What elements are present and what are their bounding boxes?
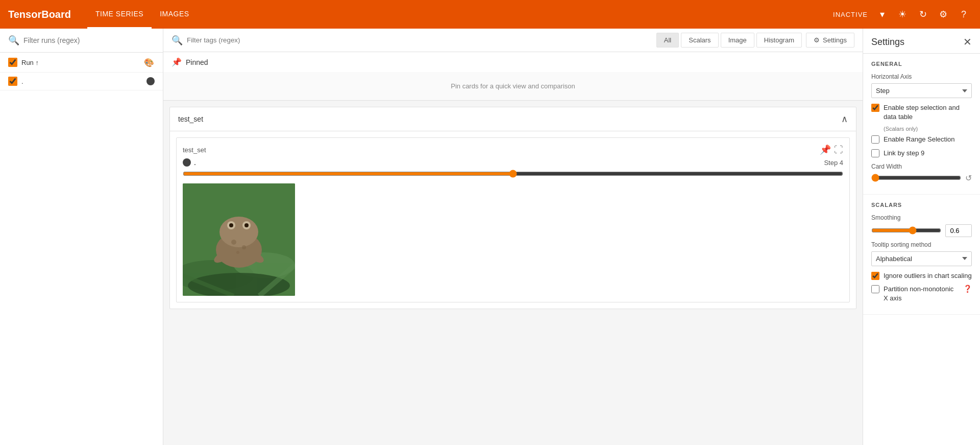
content-header: 🔍 All Scalars Image Histogram ⚙ Settings [163, 29, 863, 52]
help-icon[interactable]: ? [955, 6, 972, 22]
card-run-label: . [194, 158, 196, 167]
run-color-dot [146, 77, 155, 85]
settings-btn-icon: ⚙ [814, 36, 820, 44]
settings-scalars-section: SCALARS Smoothing 0.6 Tooltip sorting me… [863, 195, 980, 315]
tag-search-icon: 🔍 [172, 35, 183, 46]
partition-xaxis-row: Partition non-monotonic X axis ❓ [871, 285, 972, 303]
card-width-reset-button[interactable]: ↺ [965, 173, 972, 183]
run-checkbox-dot[interactable] [8, 77, 17, 86]
tooltip-sorting-label: Tooltip sorting method [871, 241, 972, 248]
run-label-run: Run ↑ [21, 59, 139, 66]
run-checkbox-run[interactable] [8, 58, 17, 67]
tag-search-input[interactable] [187, 36, 652, 44]
main-content: 🔍 All Scalars Image Histogram ⚙ Settings… [163, 29, 863, 445]
dropdown-icon[interactable]: ▾ [874, 6, 890, 22]
top-navigation: TensorBoard TIME SERIES IMAGES INACTIVE … [0, 0, 980, 29]
ignore-outliers-row: Ignore outliers in chart scaling [871, 271, 972, 280]
horizontal-axis-label: Horizontal Axis [871, 73, 972, 80]
settings-button[interactable]: ⚙ Settings [806, 33, 854, 48]
link-by-step-row: Link by step 9 [871, 149, 972, 158]
image-card: test_set 📌 ⛶ . Step 4 [176, 137, 850, 302]
card-step-label: Step 4 [824, 159, 843, 167]
collapse-icon[interactable]: ∧ [841, 113, 848, 125]
search-icon: 🔍 [8, 35, 19, 46]
card-slider-container [183, 170, 843, 179]
tab-time-series[interactable]: TIME SERIES [87, 0, 152, 29]
card-image [183, 183, 295, 296]
svg-point-9 [244, 223, 249, 227]
ignore-outliers-checkbox[interactable] [871, 272, 879, 280]
pinned-title: Pinned [186, 58, 208, 66]
status-badge: INACTIVE [833, 11, 868, 18]
pinned-section: 📌 Pinned Pin cards for a quick view and … [163, 52, 863, 101]
card-image-svg [183, 183, 295, 296]
tab-images[interactable]: IMAGES [152, 0, 197, 29]
card-width-slider-row: ↺ [871, 173, 972, 183]
card-width-slider[interactable] [871, 174, 961, 182]
tag-section-title: test_set [178, 115, 203, 123]
svg-point-8 [229, 223, 233, 227]
gear-icon[interactable]: ⚙ [935, 6, 951, 22]
refresh-icon[interactable]: ↻ [915, 6, 931, 22]
settings-panel-title: Settings [871, 37, 904, 48]
theme-icon[interactable]: ☀ [894, 6, 911, 22]
svg-point-12 [231, 240, 236, 245]
card-image-container [183, 183, 843, 296]
nav-right: INACTIVE ▾ ☀ ↻ ⚙ ? [833, 6, 972, 22]
run-label-dot: . [21, 78, 142, 85]
settings-panel: Settings ✕ GENERAL Horizontal Axis Step … [863, 29, 980, 445]
fullscreen-card-button[interactable]: ⛶ [834, 144, 843, 155]
smoothing-slider[interactable] [871, 226, 941, 235]
card-title: test_set [183, 146, 206, 154]
partition-xaxis-checkbox[interactable] [871, 285, 879, 293]
enable-step-selection-checkbox[interactable] [871, 104, 879, 112]
sidebar: 🔍 Run ↑ 🎨 . [0, 29, 163, 445]
card-header: test_set 📌 ⛶ [183, 144, 843, 155]
pin-card-button[interactable]: 📌 [820, 144, 831, 155]
card-run-dot [183, 158, 191, 167]
pinned-empty-message: Pin cards for a quick view and compariso… [163, 72, 863, 100]
run-search-container: 🔍 [0, 29, 163, 53]
scalars-only-note: (Scalars only) [884, 126, 972, 132]
filter-tab-histogram[interactable]: Histogram [756, 33, 802, 48]
ignore-outliers-label: Ignore outliers in chart scaling [884, 271, 972, 280]
run-row-dot: . [0, 73, 163, 90]
run-row-run: Run ↑ 🎨 [0, 53, 163, 73]
tooltip-sorting-select[interactable]: Alphabetical Ascending Descending Neares… [871, 251, 972, 266]
filter-tabs: All Scalars Image Histogram [656, 33, 802, 48]
smoothing-number-input[interactable]: 0.6 [945, 224, 972, 237]
link-by-step-checkbox[interactable] [871, 149, 879, 157]
tag-section-header[interactable]: test_set ∧ [170, 107, 856, 131]
svg-point-13 [242, 245, 246, 249]
pinned-header: 📌 Pinned [163, 52, 863, 72]
settings-close-button[interactable]: ✕ [963, 36, 972, 48]
palette-icon-run[interactable]: 🎨 [143, 57, 155, 68]
horizontal-axis-select[interactable]: Step Wall Relative [871, 83, 972, 98]
card-actions: 📌 ⛶ [820, 144, 843, 155]
enable-range-selection-checkbox[interactable] [871, 135, 879, 144]
tag-section-test-set: test_set ∧ test_set 📌 ⛶ . Step 4 [169, 107, 856, 309]
enable-step-selection-row: Enable step selection and data table [871, 103, 972, 122]
enable-range-selection-row: Enable Range Selection [871, 135, 972, 144]
settings-scalars-title: SCALARS [871, 202, 972, 208]
svg-point-14 [236, 251, 239, 254]
settings-btn-label: Settings [823, 36, 847, 44]
settings-panel-header: Settings ✕ [863, 29, 980, 54]
app-logo: TensorBoard [8, 9, 71, 20]
filter-tab-scalars[interactable]: Scalars [681, 33, 718, 48]
pin-icon: 📌 [172, 57, 182, 67]
enable-step-selection-label: Enable step selection and data table [884, 103, 972, 122]
main-layout: 🔍 Run ↑ 🎨 . 🔍 All Scalars Image Histogra… [0, 29, 980, 445]
card-step-slider[interactable] [183, 170, 843, 178]
card-run-info: . Step 4 [183, 158, 843, 167]
run-search-input[interactable] [23, 36, 155, 44]
svg-point-5 [219, 217, 258, 247]
smoothing-slider-row: 0.6 [871, 224, 972, 237]
partition-xaxis-help-icon[interactable]: ❓ [963, 285, 972, 293]
nav-tabs: TIME SERIES IMAGES [87, 0, 198, 29]
partition-xaxis-label: Partition non-monotonic X axis [884, 285, 959, 303]
link-by-step-label: Link by step 9 [884, 149, 924, 158]
settings-general-section: GENERAL Horizontal Axis Step Wall Relati… [863, 54, 980, 195]
filter-tab-all[interactable]: All [656, 33, 679, 48]
filter-tab-image[interactable]: Image [721, 33, 754, 48]
